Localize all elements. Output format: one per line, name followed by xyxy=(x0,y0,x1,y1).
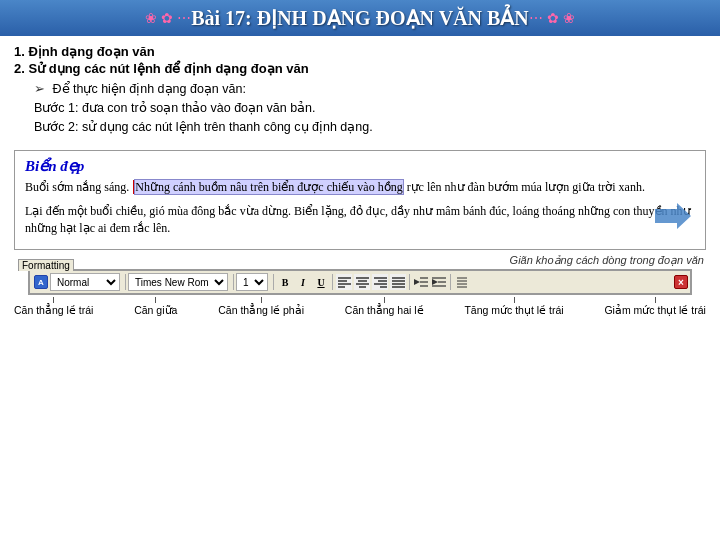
deco-right: ⋯ ✿ ❀ xyxy=(529,10,575,26)
align-right-button[interactable] xyxy=(372,274,388,290)
font-icon: A xyxy=(34,275,48,289)
divider5 xyxy=(409,274,410,290)
style-section: A Normal xyxy=(34,273,120,291)
main-content: 1. Định dạng đoạn văn 2. Sử dụng các nút… xyxy=(0,36,720,144)
doc-para1-highlighted: Những cánh buồm nâu trên biển được chiếu… xyxy=(134,179,403,195)
line-spacing-button[interactable] xyxy=(454,274,470,290)
doc-para1: Buổi sớm nắng sáng. Những cánh buồm nâu … xyxy=(25,179,695,196)
doc-para1-before: Buổi sớm nắng sáng. xyxy=(25,180,132,194)
right-arrow-icon xyxy=(655,201,691,231)
label-can-thang-le-phai: Căn thẳng lề phải xyxy=(218,297,304,316)
bold-button[interactable]: B xyxy=(277,274,293,290)
label-can-giua: Căn giữa xyxy=(134,297,177,316)
bullet-arrow: ➢ xyxy=(34,82,45,96)
title-bar: ❀ ✿ ⋯ Bài 17: ĐỊNH DẠNG ĐOẠN VĂN BẢN ⋯ ✿… xyxy=(0,0,720,36)
instruction-intro: ➢ Để thực hiện định dạng đoạn văn: xyxy=(34,80,706,99)
divider3 xyxy=(273,274,274,290)
page-title: Bài 17: ĐỊNH DẠNG ĐOẠN VĂN BẢN xyxy=(191,6,529,30)
indent-decrease-button[interactable] xyxy=(413,274,429,290)
divider4 xyxy=(332,274,333,290)
divider1 xyxy=(125,274,126,290)
divider2 xyxy=(233,274,234,290)
arrow-line-3 xyxy=(261,297,262,303)
align-right-icon xyxy=(374,276,387,288)
align-justify-icon xyxy=(392,276,405,288)
size-select[interactable]: 12 xyxy=(236,273,268,291)
section-line2: 2. Sử dụng các nút lệnh để định dạng đoạ… xyxy=(14,61,706,76)
bottom-labels: Căn thẳng lề trái Căn giữa Căn thẳng lề … xyxy=(0,295,720,316)
deco-left: ❀ ✿ ⋯ xyxy=(145,10,191,26)
align-left-icon xyxy=(338,276,351,288)
font-select[interactable]: Times New Roman xyxy=(128,273,228,291)
align-center-button[interactable] xyxy=(354,274,370,290)
line-spacing-icon xyxy=(455,276,469,288)
close-button[interactable]: × xyxy=(674,275,688,289)
label-can-thang-hai-le: Căn thẳng hai lề xyxy=(345,297,424,316)
underline-button[interactable]: U xyxy=(313,274,329,290)
doc-para2: Lại đến một buổi chiều, gió mùa đông bắc… xyxy=(25,203,695,238)
formatting-toolbar: A Normal Times New Roman 12 B I U xyxy=(28,269,692,295)
arrow-line-1 xyxy=(53,297,54,303)
arrow-line-4 xyxy=(384,297,385,303)
svg-marker-21 xyxy=(432,279,438,285)
arrow-line-2 xyxy=(155,297,156,303)
step1-text: Bước 1: đưa con trỏ soạn thảo vào đoạn v… xyxy=(34,99,706,118)
indent-decrease-icon xyxy=(414,276,428,288)
indent-increase-button[interactable] xyxy=(431,274,447,290)
divider6 xyxy=(450,274,451,290)
doc-heading: Biển đẹp xyxy=(25,157,695,175)
align-left-button[interactable] xyxy=(336,274,352,290)
step2-text: Bước 2: sử dụng các nút lệnh trên thanh … xyxy=(34,118,706,137)
align-center-icon xyxy=(356,276,369,288)
section-line1: 1. Định dạng đoạn văn xyxy=(14,44,706,59)
svg-marker-17 xyxy=(414,279,420,285)
arrow-line-5 xyxy=(514,297,515,303)
formatting-toolbar-title: Formatting xyxy=(18,259,74,271)
label-tang-muc-thut-le-trai: Tăng mức thụt lề trái xyxy=(464,297,563,316)
doc-preview: Biển đẹp Buổi sớm nắng sáng. Những cánh … xyxy=(14,150,706,250)
label-can-thang-le-trai: Căn thẳng lề trái xyxy=(14,297,93,316)
doc-para1-after: rực lên như đàn bướm múa lượn giữa trời … xyxy=(404,180,645,194)
font-section: Times New Roman xyxy=(128,273,228,291)
indent-increase-icon xyxy=(432,276,446,288)
size-section: 12 xyxy=(236,273,268,291)
style-select[interactable]: Normal xyxy=(50,273,120,291)
gian-khoang-label: Giãn khoảng cách dòng trong đoạn văn xyxy=(0,254,720,267)
instruction-block: ➢ Để thực hiện định dạng đoạn văn: Bước … xyxy=(34,80,706,136)
align-justify-button[interactable] xyxy=(390,274,406,290)
svg-marker-0 xyxy=(655,203,691,229)
arrow-line-6 xyxy=(655,297,656,303)
indent-group xyxy=(412,274,448,290)
label-giam-muc-thut-le-trai: Giảm mức thụt lề trái xyxy=(604,297,706,316)
italic-button[interactable]: I xyxy=(295,274,311,290)
formatting-toolbar-wrapper: Formatting A Normal Times New Roman 12 xyxy=(14,269,706,295)
